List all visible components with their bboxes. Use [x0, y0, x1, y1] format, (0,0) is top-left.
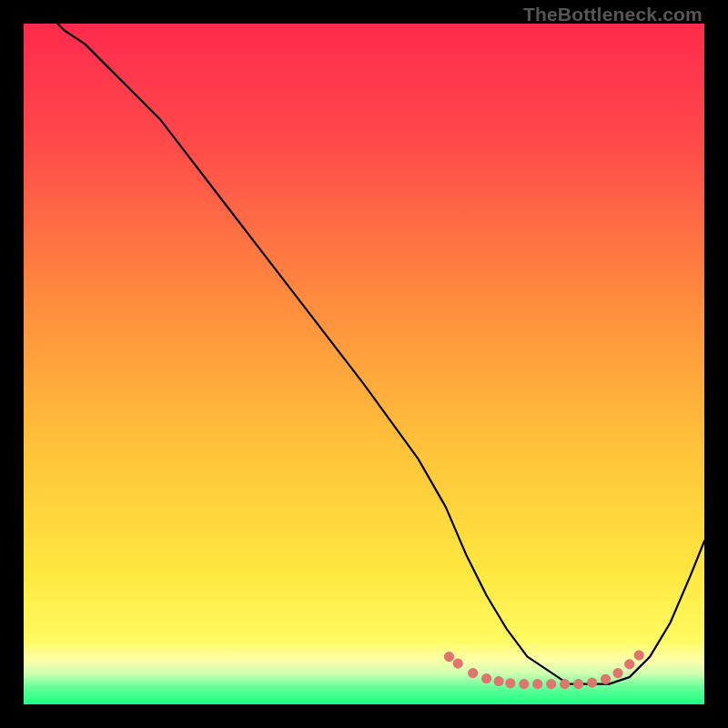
highlight-dot: [505, 678, 515, 688]
highlight-dot: [587, 678, 597, 688]
highlight-dot: [468, 668, 478, 678]
highlight-dot: [601, 674, 611, 684]
highlight-dot: [573, 679, 583, 689]
highlight-dot: [546, 679, 556, 689]
highlight-dot: [532, 679, 542, 689]
highlight-dot: [519, 679, 529, 689]
highlight-dot: [453, 659, 463, 669]
highlight-dot: [634, 651, 644, 661]
highlight-dot: [624, 659, 634, 669]
highlight-dot: [481, 673, 491, 683]
gradient-background: [24, 24, 704, 704]
highlight-dot: [560, 679, 570, 689]
highlight-dot: [494, 676, 504, 686]
highlight-dot: [612, 668, 622, 678]
chart-frame: [24, 24, 704, 704]
bottleneck-chart: [24, 24, 704, 704]
highlight-dot: [444, 652, 454, 662]
watermark-text: TheBottleneck.com: [523, 4, 703, 25]
